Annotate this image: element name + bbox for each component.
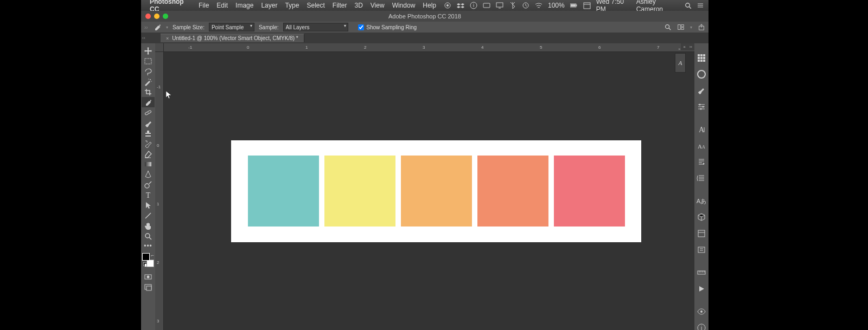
- menu-3d[interactable]: 3D: [354, 2, 362, 9]
- date-icon[interactable]: [583, 2, 591, 9]
- 3d-panel-icon[interactable]: [697, 212, 706, 222]
- paragraph-styles-panel-icon[interactable]: [697, 173, 706, 183]
- info-panel-icon[interactable]: i: [697, 323, 706, 330]
- brush-panel-icon[interactable]: [697, 86, 706, 95]
- horizontal-ruler[interactable]: -10123456789: [164, 43, 709, 52]
- arrange-documents-button[interactable]: [677, 23, 685, 31]
- menu-file[interactable]: File: [199, 2, 209, 9]
- search-button[interactable]: [664, 23, 672, 31]
- bluetooth-icon[interactable]: [509, 2, 516, 9]
- info-icon[interactable]: i: [470, 2, 477, 9]
- ruler-h-tick: 5: [540, 45, 542, 50]
- record-icon[interactable]: [444, 2, 451, 9]
- zoom-tool[interactable]: [142, 231, 155, 241]
- close-tab-icon[interactable]: ×: [166, 36, 169, 41]
- grid-panel-icon[interactable]: [697, 53, 706, 63]
- color-panel-icon[interactable]: [697, 69, 706, 79]
- ruler-origin[interactable]: [155, 43, 164, 52]
- ruler-h-tick: 7: [657, 45, 659, 50]
- eraser-tool[interactable]: [142, 148, 155, 159]
- menu-layer[interactable]: Layer: [261, 2, 277, 9]
- current-tool-icon[interactable]: [153, 23, 162, 31]
- gradient-tool[interactable]: [142, 159, 155, 169]
- svg-point-43: [700, 108, 702, 110]
- dodge-tool[interactable]: [142, 179, 155, 190]
- background-color-swatch[interactable]: [146, 260, 154, 267]
- menu-help[interactable]: Help: [423, 2, 436, 9]
- glyphs-collapsed-tab[interactable]: A: [675, 53, 686, 73]
- color-swatch-5: [554, 156, 625, 227]
- wifi-icon[interactable]: [535, 2, 542, 9]
- badge-icon[interactable]: [483, 2, 490, 9]
- path-select-tool[interactable]: [142, 200, 155, 210]
- crop-tool[interactable]: [142, 87, 155, 97]
- macos-menubar: Photoshop CC File Edit Image Layer Type …: [141, 0, 709, 11]
- marquee-tool[interactable]: [142, 56, 155, 66]
- lasso-tool[interactable]: [142, 66, 155, 76]
- document-canvas[interactable]: [231, 140, 641, 242]
- type-tool[interactable]: [142, 190, 155, 200]
- ruler-h-tick: 0: [247, 45, 249, 50]
- svg-rect-34: [698, 57, 700, 59]
- menu-edit[interactable]: Edit: [216, 2, 228, 9]
- timemachine-icon[interactable]: [522, 2, 529, 9]
- svg-rect-39: [703, 60, 705, 62]
- quick-mask-button[interactable]: [142, 271, 155, 282]
- svg-text:i: i: [473, 3, 474, 8]
- swap-colors-icon[interactable]: ⤺: [151, 254, 154, 258]
- glyphs-panel-icon[interactable]: Aあ: [697, 196, 706, 206]
- clone-stamp-tool[interactable]: [142, 128, 155, 138]
- arrange-dropdown-icon[interactable]: ▾: [690, 25, 692, 30]
- hand-tool[interactable]: [142, 221, 155, 231]
- svg-rect-48: [698, 230, 705, 237]
- menu-view[interactable]: View: [371, 2, 385, 9]
- vertical-ruler[interactable]: -10123: [155, 52, 164, 330]
- visibility-panel-icon[interactable]: [697, 307, 706, 316]
- foreground-background-color[interactable]: ⤺: [142, 253, 154, 267]
- show-sampling-ring-input[interactable]: [358, 24, 364, 30]
- history-brush-tool[interactable]: [142, 138, 155, 148]
- ruler-v-tick: 2: [157, 260, 159, 265]
- svg-rect-30: [584, 3, 590, 9]
- adjust-panel-icon[interactable]: [697, 102, 706, 112]
- right-dock-collapse[interactable]: × ››: [681, 43, 694, 50]
- magic-wand-tool[interactable]: [142, 76, 155, 87]
- actions-panel-icon[interactable]: [697, 284, 706, 294]
- menu-select[interactable]: Select: [307, 2, 324, 9]
- pen-tool[interactable]: [142, 169, 155, 179]
- menu-filter[interactable]: Filter: [333, 2, 347, 9]
- eyedropper-tool[interactable]: [142, 97, 155, 107]
- foreground-color-swatch[interactable]: [142, 253, 150, 261]
- svg-rect-28: [576, 4, 577, 6]
- edit-toolbar-button[interactable]: •••: [144, 241, 152, 251]
- paragraph-panel-icon[interactable]: [697, 157, 706, 167]
- character-panel-icon[interactable]: A: [697, 125, 706, 134]
- sample-select[interactable]: All Layers: [283, 23, 348, 31]
- notification-center-icon[interactable]: [697, 2, 704, 9]
- share-button[interactable]: [698, 23, 705, 31]
- brush-tool[interactable]: [142, 118, 155, 128]
- document-tab[interactable]: × Untitled-1 @ 100% (Vector Smart Object…: [161, 34, 304, 42]
- screen-mode-button[interactable]: [142, 282, 155, 292]
- show-sampling-ring-checkbox[interactable]: Show Sampling Ring: [358, 24, 417, 30]
- collapse-toolbar-icon[interactable]: ‹‹: [141, 35, 146, 41]
- window-title: Adobe Photoshop CC 2018: [141, 13, 709, 20]
- ruler-h-tick: -1: [188, 45, 192, 50]
- svg-rect-25: [496, 3, 503, 7]
- battery-icon[interactable]: [570, 2, 578, 9]
- dropbox-icon[interactable]: [457, 2, 464, 9]
- move-tool[interactable]: [142, 46, 155, 56]
- tv-icon[interactable]: [496, 2, 503, 9]
- sample-size-select[interactable]: Point Sample: [209, 23, 254, 31]
- menu-type[interactable]: Type: [285, 2, 299, 9]
- menu-window[interactable]: Window: [392, 2, 416, 9]
- spotlight-icon[interactable]: [684, 2, 691, 9]
- menu-image[interactable]: Image: [235, 2, 253, 9]
- libraries-panel-icon[interactable]: [697, 229, 706, 238]
- character-styles-panel-icon[interactable]: AA: [697, 141, 706, 151]
- panel-close-icon[interactable]: ×: [678, 47, 681, 51]
- ruler-panel-icon[interactable]: [697, 268, 706, 277]
- healing-brush-tool[interactable]: [142, 107, 155, 118]
- learn-panel-icon[interactable]: [697, 245, 706, 255]
- line-tool[interactable]: [142, 210, 155, 221]
